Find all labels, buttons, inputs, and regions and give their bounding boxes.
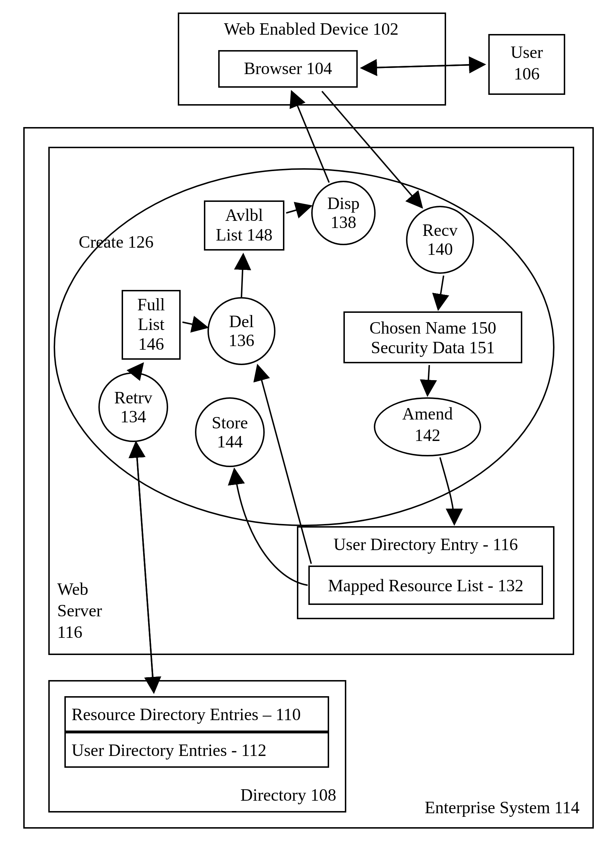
full-list-l1: Full (122, 295, 180, 314)
store-l2: 144 (212, 432, 248, 451)
store-l1: Store (212, 413, 248, 432)
retrv-l2: 134 (114, 407, 153, 426)
recv-l1: Recv (422, 221, 458, 240)
amend-l2: 142 (374, 426, 481, 445)
resource-directory-entries-label: Resource Directory Entries – 110 (72, 705, 322, 724)
avlbl-list-l2: List 148 (204, 225, 285, 244)
disp-l2: 138 (327, 213, 360, 232)
del-l1: Del (229, 312, 254, 331)
browser-label: Browser 104 (218, 59, 358, 78)
disp-node: Disp 138 (311, 181, 375, 245)
chosen-l2: Security Data 151 (343, 338, 522, 357)
retrv-l1: Retrv (114, 388, 153, 407)
user-label-2: 106 (488, 65, 565, 84)
user-label-1: User (488, 43, 565, 62)
recv-node: Recv 140 (406, 206, 474, 274)
web-server-label-2: Server (57, 601, 129, 620)
full-list-l2: List (122, 315, 180, 334)
chosen-l1: Chosen Name 150 (343, 319, 522, 338)
user-directory-entries-label: User Directory Entries - 112 (72, 741, 322, 760)
del-l2: 136 (229, 331, 254, 350)
avlbl-list-l1: Avlbl (204, 206, 285, 225)
web-server-label-3: 116 (57, 623, 129, 642)
recv-l2: 140 (422, 240, 458, 259)
create-label: Create 126 (79, 233, 172, 251)
disp-l1: Disp (327, 194, 360, 213)
directory-title: Directory 108 (215, 786, 336, 804)
retrv-node: Retrv 134 (98, 372, 168, 442)
enterprise-system-label: Enterprise System 114 (393, 798, 579, 817)
web-enabled-device-title: Web Enabled Device 102 (186, 20, 436, 39)
full-list-l3: 146 (122, 335, 180, 354)
mapped-resource-list-label: Mapped Resource List - 132 (308, 576, 543, 595)
user-directory-entry-title: User Directory Entry - 116 (304, 535, 547, 554)
web-server-label-1: Web (57, 580, 129, 599)
store-node: Store 144 (195, 397, 265, 467)
del-node: Del 136 (207, 297, 276, 365)
amend-l1: Amend (374, 404, 481, 423)
